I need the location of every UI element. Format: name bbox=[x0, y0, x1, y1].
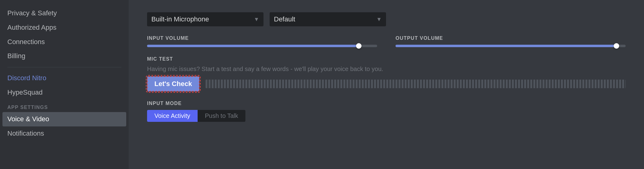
sidebar-item-label: Discord Nitro bbox=[7, 74, 46, 82]
input-volume-slider[interactable] bbox=[147, 45, 377, 47]
device-dropdown-row: Built-in Microphone ▼ Default ▼ bbox=[147, 12, 626, 26]
sidebar-item-connections[interactable]: Connections bbox=[2, 35, 126, 49]
input-device-label: Built-in Microphone bbox=[151, 15, 251, 23]
mic-level-bar bbox=[206, 80, 626, 88]
sidebar-item-notifications[interactable]: Notifications bbox=[2, 126, 126, 141]
mic-test-description: Having mic issues? Start a test and say … bbox=[147, 66, 626, 73]
input-mode-toggle: Voice Activity Push to Talk bbox=[147, 110, 245, 122]
mic-test-section: MIC TEST Having mic issues? Start a test… bbox=[147, 56, 626, 92]
output-device-arrow: ▼ bbox=[376, 16, 382, 23]
output-volume-thumb[interactable] bbox=[614, 43, 619, 49]
output-volume-slider[interactable] bbox=[396, 45, 626, 47]
sidebar-item-voice-video[interactable]: Voice & Video bbox=[2, 112, 126, 126]
sidebar-item-privacy-safety[interactable]: Privacy & Safety bbox=[2, 6, 126, 21]
mic-test-title: MIC TEST bbox=[147, 56, 626, 62]
sidebar-item-label: Notifications bbox=[7, 130, 44, 137]
lets-check-button[interactable]: Let's Check bbox=[147, 76, 199, 92]
sidebar-item-label: HypeSquad bbox=[7, 88, 43, 96]
output-volume-fill bbox=[396, 45, 616, 47]
input-volume-label: INPUT VOLUME bbox=[147, 36, 377, 41]
divider bbox=[7, 67, 121, 67]
mode-option-vad[interactable]: Voice Activity bbox=[147, 110, 198, 122]
input-mode-section: INPUT MODE Voice Activity Push to Talk bbox=[147, 101, 626, 122]
output-volume-label: OUTPUT VOLUME bbox=[396, 36, 626, 41]
sidebar: Privacy & Safety Authorized Apps Connect… bbox=[0, 0, 129, 169]
mode-option-ptt[interactable]: Push to Talk bbox=[198, 110, 246, 122]
sidebar-item-label: Privacy & Safety bbox=[7, 9, 57, 17]
sidebar-item-label: Authorized Apps bbox=[7, 24, 56, 31]
sidebar-item-discord-nitro[interactable]: Discord Nitro bbox=[2, 71, 126, 85]
input-device-dropdown[interactable]: Built-in Microphone ▼ bbox=[147, 12, 263, 26]
sidebar-item-billing[interactable]: Billing bbox=[2, 49, 126, 63]
input-device-arrow: ▼ bbox=[254, 16, 259, 23]
sidebar-item-authorized-apps[interactable]: Authorized Apps bbox=[2, 21, 126, 35]
sidebar-item-label: Voice & Video bbox=[7, 115, 49, 123]
input-volume-group: INPUT VOLUME bbox=[147, 36, 377, 47]
mic-test-row: Let's Check bbox=[147, 76, 626, 92]
output-device-label: Default bbox=[274, 15, 373, 23]
output-device-dropdown[interactable]: Default ▼ bbox=[270, 12, 386, 26]
volume-section: INPUT VOLUME OUTPUT VOLUME bbox=[147, 36, 626, 47]
sidebar-item-label: Billing bbox=[7, 52, 25, 60]
sidebar-item-hypesquad[interactable]: HypeSquad bbox=[2, 85, 126, 100]
input-volume-fill bbox=[147, 45, 359, 47]
main-content: Built-in Microphone ▼ Default ▼ INPUT VO… bbox=[129, 0, 644, 169]
sidebar-item-label: Connections bbox=[7, 38, 45, 46]
input-volume-thumb[interactable] bbox=[356, 43, 362, 49]
input-mode-title: INPUT MODE bbox=[147, 101, 626, 106]
output-volume-group: OUTPUT VOLUME bbox=[396, 36, 626, 47]
app-settings-header: APP SETTINGS bbox=[2, 100, 126, 112]
